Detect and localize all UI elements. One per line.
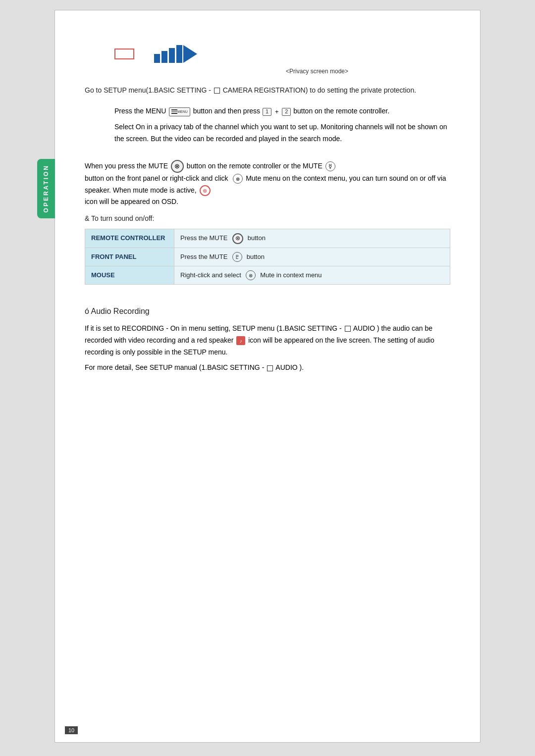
desc-remote-controller: Press the MUTE ⊗ button	[174, 229, 450, 248]
menu-lines	[171, 109, 177, 114]
audio-section: ó Audio Recording If it is set to RECORD…	[85, 304, 450, 374]
red-speaker-icon: ♪	[236, 336, 245, 345]
menu-line3	[171, 113, 177, 114]
operation-tab: OPERATION	[37, 159, 55, 218]
mute-table: REMOTE CONTROLLER Press the MUTE ⊗ butto…	[85, 229, 450, 285]
arrow-bars	[154, 45, 182, 63]
setup-section: Go to SETUP menu(1.BASIC SETTING - CAMER…	[85, 85, 450, 96]
audio-para1: If it is set to RECORDING - On in menu s…	[85, 323, 450, 358]
label-mouse: MOUSE	[85, 266, 174, 284]
bar1	[154, 54, 160, 63]
page-container: OPERATION <Privacy screen mode> Go to SE…	[54, 10, 481, 743]
mute-section: When you press the MUTE ⊗ button on the …	[85, 160, 450, 285]
num1-btn: 1	[263, 108, 271, 116]
desc-mouse: Right-click and select ⊗ Mute in context…	[174, 266, 450, 284]
mute-icon-table3: ⊗	[246, 270, 256, 280]
bar4	[176, 45, 182, 63]
menu-line1	[171, 109, 177, 110]
setup-text: Go to SETUP menu(1.BASIC SETTING - CAMER…	[85, 85, 450, 96]
audio-para2: For more detail, See SETUP manual (1.BAS…	[85, 362, 450, 374]
mute-icon-table1: ⊗	[232, 233, 243, 244]
indent-block: Press the MENU MENU button and then pres…	[114, 105, 450, 145]
bar2	[161, 51, 167, 63]
menu-button-icon: MENU	[169, 107, 190, 116]
operation-tab-label: OPERATION	[43, 164, 50, 212]
audio-title: ó Audio Recording	[85, 304, 450, 318]
mute-intro-text: When you press the MUTE ⊗ button on the …	[85, 160, 450, 208]
red-rectangle	[114, 49, 134, 59]
label-front-panel: FRONT PANEL	[85, 248, 174, 266]
privacy-diagram	[114, 45, 450, 63]
mute-active-icon: ⊗	[200, 185, 211, 196]
to-turn-sound: & To turn sound on/off:	[85, 213, 450, 225]
table-row: MOUSE Right-click and select ⊗ Mute in c…	[85, 266, 450, 284]
checkbox-icon	[214, 88, 220, 94]
bar3	[169, 48, 175, 63]
plus-sign: +	[275, 108, 279, 115]
num2-btn: 2	[282, 108, 291, 116]
desc-front-panel: Press the MUTE ♇ button	[174, 248, 450, 266]
table-row: REMOTE CONTROLLER Press the MUTE ⊗ butto…	[85, 229, 450, 248]
privacy-label: <Privacy screen mode>	[184, 68, 450, 75]
mute-panel-icon: ☿	[325, 161, 335, 171]
label-remote-controller: REMOTE CONTROLLER	[85, 229, 174, 248]
checkbox-icon-audio2	[267, 365, 273, 371]
menu-instruction: Press the MENU MENU button and then pres…	[114, 105, 450, 117]
page-number: 10	[65, 726, 78, 734]
arrow-head	[183, 45, 197, 63]
menu-line2	[171, 111, 177, 112]
mute-remote-icon: ⊗	[171, 160, 184, 173]
table-row: FRONT PANEL Press the MUTE ♇ button	[85, 248, 450, 266]
checkbox-icon-audio	[345, 326, 351, 332]
menu-btn-label: MENU	[177, 109, 188, 115]
mute-icon-table2: ♇	[232, 252, 242, 262]
select-instruction: Select On in a privacy tab of the channe…	[114, 121, 450, 145]
arrow-area	[154, 45, 197, 63]
mute-context-icon: ⊗	[233, 174, 243, 184]
